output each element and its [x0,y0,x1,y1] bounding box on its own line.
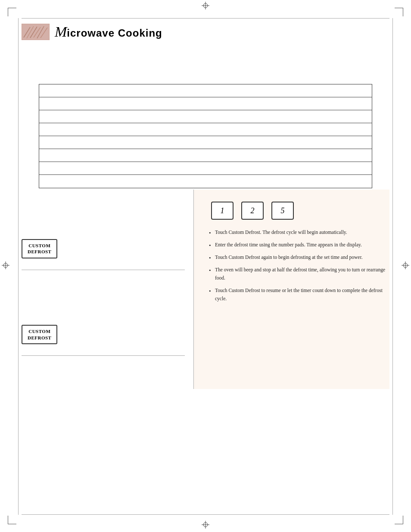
info-table [39,84,372,188]
key-label-1: 1 [221,206,224,215]
intro-text-area [39,56,372,75]
table-row [39,84,372,97]
table-row [39,175,372,188]
bottom-border-line [22,514,389,515]
custom-defrost-button-2[interactable]: CUSTOM DEFROST [22,325,57,344]
right-column: 1 2 5 Touch Custom Defrost. The defrost … [194,190,389,389]
left-border-line [18,18,19,515]
key-label-5: 5 [281,206,285,215]
section2-text-2 [22,286,185,295]
svg-rect-12 [22,24,50,40]
section1-text-2 [22,209,185,218]
page-title: Microwave Cooking [55,24,162,40]
bullet-item-2: Enter the defrost time using the number … [209,241,389,249]
section3-text [22,364,185,372]
key-button-2[interactable]: 2 [241,202,264,220]
custom-defrost-button-1[interactable]: CUSTOM DEFROST [22,239,57,258]
corner-mark-br [395,516,403,524]
section1-text [22,197,185,206]
table-row [39,123,372,136]
key-label-2: 2 [251,206,255,215]
page-title-text: icrowave Cooking [67,27,162,39]
right-border-line [392,18,393,515]
table-row [39,136,372,149]
key-buttons-row: 1 2 5 [211,202,389,220]
section3-text-2 [22,372,185,381]
two-column-layout: CUSTOM DEFROST CUSTOM DEFROST [22,190,389,389]
table-row [39,97,372,110]
table-row [39,149,372,162]
custom-defrost-label2-line2: DEFROST [28,335,51,341]
bullet-item-3: Touch Custom Defrost again to begin defr… [209,253,389,261]
bullet-item-5: Touch Custom Defrost to resume or let th… [209,286,389,303]
custom-defrost-label2-line1: CUSTOM [28,328,50,334]
left-section-3 [22,356,185,389]
left-section-1: CUSTOM DEFROST [22,190,185,270]
key-button-5[interactable]: 5 [271,202,294,220]
table-row [39,110,372,123]
section2-text [22,278,185,286]
intro-paragraph-1 [39,56,372,65]
custom-defrost-label-line2: DEFROST [28,249,51,255]
page-header: Microwave Cooking [22,24,389,40]
key-button-1[interactable]: 1 [211,202,234,220]
left-section-2: CUSTOM DEFROST [22,270,185,356]
corner-mark-bl [8,516,16,524]
reg-mark-top [202,2,209,11]
table-row [39,162,372,175]
corner-mark-tl [8,8,16,16]
logo-graphic [22,24,50,40]
reg-mark-left [2,261,9,271]
custom-defrost-label-line1: CUSTOM [28,243,50,249]
reg-mark-bottom [202,521,209,530]
instructions-list: Touch Custom Defrost. The defrost cycle … [209,228,389,303]
section1-text-3 [22,218,185,227]
reg-mark-right [402,261,409,271]
section2-text-3 [22,296,185,304]
top-border-line [22,18,389,19]
left-column: CUSTOM DEFROST CUSTOM DEFROST [22,190,194,389]
section2-text-4 [22,304,185,313]
bullet-item-1: Touch Custom Defrost. The defrost cycle … [209,228,389,236]
bullet-item-4: The oven will beep and stop at half the … [209,266,389,282]
corner-mark-tr [395,8,403,16]
intro-paragraph-2 [39,65,372,75]
